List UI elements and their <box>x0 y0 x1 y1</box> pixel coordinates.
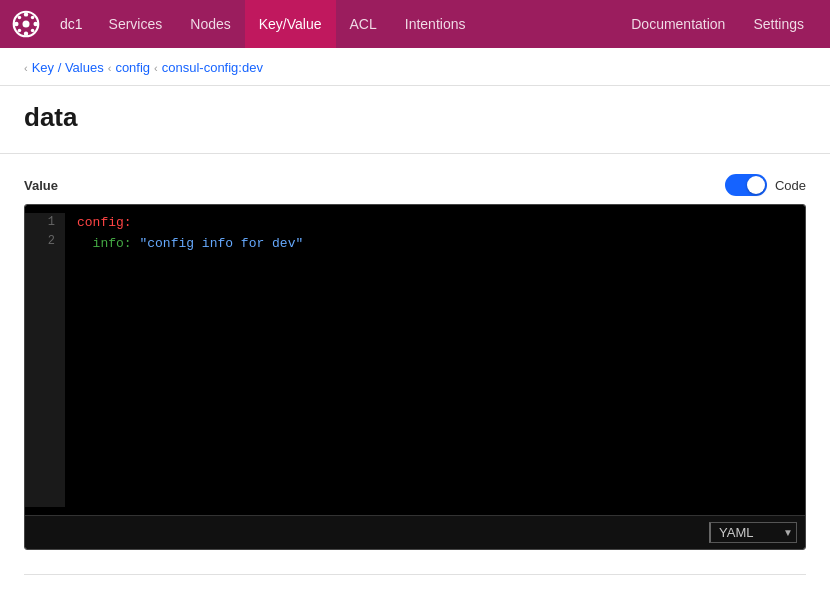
svg-point-9 <box>18 29 22 33</box>
format-select[interactable]: YAML JSON Plain Text <box>709 522 797 543</box>
breadcrumb-chevron-3: ‹ <box>154 62 158 74</box>
svg-point-1 <box>23 21 30 28</box>
nav-right: Documentation Settings <box>617 0 818 48</box>
line-number-1: 1 <box>35 213 55 232</box>
breadcrumb-area: ‹ Key / Values ‹ config ‹ consul-config:… <box>0 48 830 86</box>
code-editor[interactable]: 1 2 config: info: "config info for dev" <box>25 205 805 515</box>
code-toggle-label: Code <box>775 178 806 193</box>
navbar: dc1 Services Nodes Key/Value ACL Intenti… <box>0 0 830 48</box>
line-number-2: 2 <box>35 232 55 251</box>
nav-intentions[interactable]: Intentions <box>391 0 480 48</box>
code-toggle-switch[interactable] <box>725 174 767 196</box>
line-numbers: 1 2 <box>25 213 65 507</box>
nav-acl[interactable]: ACL <box>336 0 391 48</box>
svg-point-3 <box>24 31 28 35</box>
value-label: Value <box>24 178 58 193</box>
svg-point-7 <box>31 29 35 33</box>
divider <box>24 574 806 575</box>
nav-keyvalue[interactable]: Key/Value <box>245 0 336 48</box>
code-lines: 1 2 config: info: "config info for dev" <box>25 205 805 515</box>
main-content: Value Code 1 2 config: info: "config inf… <box>0 154 830 598</box>
breadcrumb-consul-config-dev[interactable]: consul-config:dev <box>162 60 263 75</box>
breadcrumb-config[interactable]: config <box>115 60 150 75</box>
nav-services[interactable]: Services <box>95 0 177 48</box>
code-toggle: Code <box>725 174 806 196</box>
code-line-1: config: <box>77 213 793 234</box>
brand-logo <box>12 10 40 38</box>
svg-point-2 <box>24 12 28 16</box>
breadcrumb: ‹ Key / Values ‹ config ‹ consul-config:… <box>24 60 806 85</box>
nav-documentation[interactable]: Documentation <box>617 0 739 48</box>
nav-nodes[interactable]: Nodes <box>176 0 244 48</box>
toggle-knob <box>747 176 765 194</box>
svg-point-5 <box>33 22 37 26</box>
value-header: Value Code <box>24 174 806 196</box>
nav-settings[interactable]: Settings <box>739 0 818 48</box>
svg-point-8 <box>31 16 35 20</box>
editor-footer: YAML JSON Plain Text ▼ <box>25 515 805 549</box>
breadcrumb-chevron-2: ‹ <box>108 62 112 74</box>
code-content: config: info: "config info for dev" <box>65 213 805 507</box>
svg-point-4 <box>14 22 18 26</box>
datacenter-label[interactable]: dc1 <box>48 0 95 48</box>
svg-point-6 <box>18 16 22 20</box>
page-title: data <box>24 102 806 133</box>
yaml-select-wrap: YAML JSON Plain Text ▼ <box>709 522 793 543</box>
breadcrumb-chevron-1: ‹ <box>24 62 28 74</box>
code-line-2: info: "config info for dev" <box>77 234 793 255</box>
code-editor-wrapper: 1 2 config: info: "config info for dev" … <box>24 204 806 550</box>
page-header: data <box>0 86 830 154</box>
breadcrumb-key-values[interactable]: Key / Values <box>32 60 104 75</box>
